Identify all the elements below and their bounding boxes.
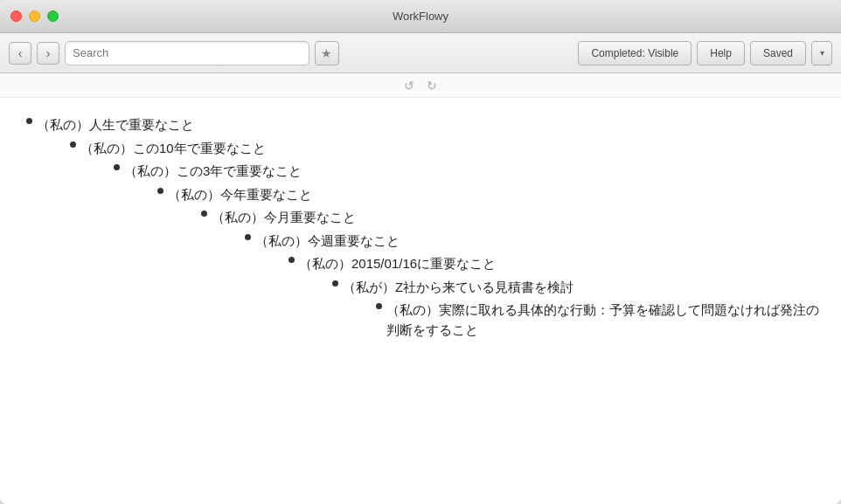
title-bar: WorkFlowy [0, 0, 841, 33]
item-text-9[interactable]: （私の）実際に取れる具体的な行動：予算を確認して問題なければ発注の判断をすること [386, 302, 819, 337]
children-6: （私の）2015/01/16に重要なこと [255, 254, 820, 347]
children-5: （私の）今週重要なこと [212, 231, 820, 351]
item-text-5[interactable]: （私の）今月重要なこと [212, 210, 356, 224]
forward-button[interactable]: › [37, 42, 59, 65]
traffic-lights [10, 10, 59, 22]
children-4: （私の）今月重要なこと [168, 208, 820, 354]
item-text-6[interactable]: （私の）今週重要なこと [255, 233, 400, 248]
bullet-2 [108, 164, 124, 170]
children-2: （私の）この3年で重要なこと （私の）今年重要なこと [80, 162, 820, 361]
dropdown-button[interactable]: ▾ [811, 41, 832, 66]
bullet-3 [152, 188, 168, 194]
app-window: WorkFlowy ‹ › ★ Completed: Visible Help … [0, 0, 841, 504]
bullet-6 [283, 257, 299, 263]
item-text-3[interactable]: （私の）この3年で重要なこと [124, 163, 302, 178]
bullet-5 [240, 234, 255, 240]
item-text-2[interactable]: （私の）この10年で重要なこと [80, 141, 266, 155]
close-button[interactable] [10, 10, 22, 22]
content-area: （私の）人生で重要なこと （私の）この10年で重要なこと （ [0, 98, 841, 504]
list-item: （私の）今年重要なこと （私の）今月重要なこと [152, 185, 820, 358]
undo-bar: ↺ ↻ [0, 73, 841, 98]
children-1: （私の）この10年で重要なこと （私の）この3年で重要なこと [37, 139, 820, 365]
list-item: （私の）人生で重要なこと （私の）この10年で重要なこと （ [21, 115, 820, 368]
window-title: WorkFlowy [393, 10, 448, 23]
outline-list: （私の）人生で重要なこと （私の）この10年で重要なこと （ [21, 115, 820, 368]
children-3: （私の）今年重要なこと （私の）今月重要なこと [124, 185, 820, 358]
list-item: （私の）2015/01/16に重要なこと [283, 254, 820, 347]
maximize-button[interactable] [47, 10, 59, 22]
list-item: （私の）この3年で重要なこと （私の）今年重要なこと [108, 162, 820, 361]
list-item: （私の）今月重要なこと [196, 208, 820, 354]
children-7: （私が）Z社から来ている見積書を検討 [299, 278, 820, 344]
bullet-7 [327, 280, 343, 287]
search-input[interactable] [65, 41, 309, 66]
completed-button[interactable]: Completed: Visible [578, 41, 692, 66]
children-8: （私の）実際に取れる具体的な行動：予算を確認して問題なければ発注の判断をすること [343, 300, 820, 340]
list-item: （私の）今週重要なこと [240, 231, 820, 351]
undo-icon[interactable]: ↺ [401, 78, 417, 93]
back-button[interactable]: ‹ [9, 42, 31, 65]
bullet-1 [65, 142, 80, 148]
bullet-8 [371, 303, 386, 309]
minimize-button[interactable] [29, 10, 40, 22]
star-button[interactable]: ★ [315, 41, 339, 66]
redo-icon[interactable]: ↻ [424, 78, 440, 93]
bullet-0 [21, 118, 37, 124]
bullet-4 [196, 211, 212, 217]
saved-button[interactable]: Saved [750, 41, 806, 66]
list-item: （私の）この10年で重要なこと （私の）この3年で重要なこと [65, 139, 820, 365]
help-button[interactable]: Help [697, 41, 745, 66]
item-text-4[interactable]: （私の）今年重要なこと [168, 187, 312, 202]
item-text-1[interactable]: （私の）人生で重要なこと [37, 117, 194, 132]
list-item: （私の）実際に取れる具体的な行動：予算を確認して問題なければ発注の判断をすること [371, 300, 820, 340]
toolbar: ‹ › ★ Completed: Visible Help Saved ▾ [0, 33, 841, 73]
item-text-8[interactable]: （私が）Z社から来ている見積書を検討 [343, 280, 573, 294]
list-item: （私が）Z社から来ている見積書を検討 [327, 278, 820, 344]
item-text-7[interactable]: （私の）2015/01/16に重要なこと [299, 256, 496, 271]
